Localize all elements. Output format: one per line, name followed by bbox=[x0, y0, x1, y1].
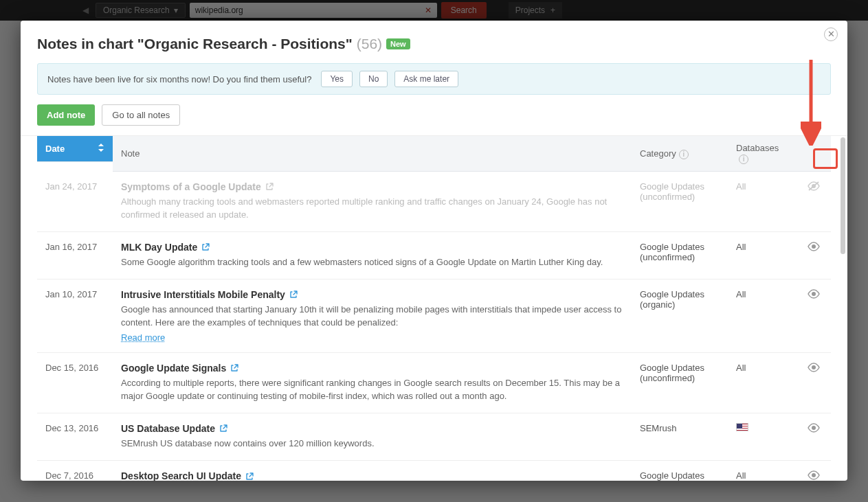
svg-point-3 bbox=[812, 292, 816, 296]
note-databases: All bbox=[728, 461, 797, 481]
col-category: Categoryi bbox=[632, 136, 728, 172]
notes-table: Date Note Categoryi Databasesi bbox=[37, 136, 831, 481]
note-databases: All bbox=[728, 172, 797, 232]
modal-header: Notes in chart "Organic Research - Posit… bbox=[21, 36, 847, 60]
alert-text: Notes have been live for six months now!… bbox=[47, 74, 311, 84]
note-description: According to multiple reports, there wer… bbox=[121, 377, 623, 403]
svg-point-6 bbox=[812, 473, 816, 477]
read-more-link[interactable]: Read more bbox=[121, 332, 165, 343]
external-link-icon[interactable] bbox=[201, 242, 210, 253]
add-note-button[interactable]: Add note bbox=[37, 104, 95, 126]
note-date: Jan 16, 2017 bbox=[37, 231, 113, 279]
note-title[interactable]: MLK Day Update bbox=[121, 242, 623, 253]
visibility-toggle-icon[interactable] bbox=[807, 290, 821, 301]
note-title[interactable]: US Database Update bbox=[121, 423, 623, 435]
note-category: Google Updates (organic) bbox=[632, 461, 728, 481]
db-value: All bbox=[736, 242, 746, 252]
notes-count: (56) bbox=[357, 36, 382, 52]
svg-point-2 bbox=[812, 244, 816, 249]
note-description: Some Google algorithm tracking tools and… bbox=[121, 256, 623, 269]
new-badge: New bbox=[386, 38, 410, 49]
notes-table-wrap[interactable]: Date Note Categoryi Databasesi bbox=[21, 135, 847, 481]
note-category: Google Updates (unconfirmed) bbox=[632, 172, 728, 232]
close-button[interactable]: ✕ bbox=[824, 27, 838, 41]
note-category: SEMrush bbox=[632, 413, 728, 461]
external-link-icon[interactable] bbox=[219, 424, 227, 435]
note-cell: US Database Update SEMrush US database n… bbox=[113, 413, 632, 461]
table-row: Dec 7, 2016 Desktop Search UI Update Goo… bbox=[37, 461, 831, 481]
note-databases: All bbox=[728, 279, 797, 353]
visibility-toggle-icon[interactable] bbox=[807, 364, 821, 374]
info-icon[interactable]: i bbox=[739, 155, 748, 164]
col-note: Note bbox=[113, 136, 632, 172]
svg-point-4 bbox=[812, 365, 816, 369]
info-icon[interactable]: i bbox=[679, 150, 689, 159]
feedback-alert: Notes have been live for six months now!… bbox=[37, 63, 831, 95]
note-title[interactable]: Symptoms of a Google Update bbox=[121, 181, 623, 193]
note-databases: All bbox=[728, 231, 797, 279]
note-title[interactable]: Intrusive Interstitials Mobile Penalty bbox=[121, 289, 623, 301]
svg-point-5 bbox=[812, 426, 816, 430]
note-description: SEMrush US database now contains over 12… bbox=[121, 437, 623, 450]
table-row: Jan 16, 2017 MLK Day Update Some Google … bbox=[37, 231, 831, 279]
db-value: All bbox=[736, 181, 746, 192]
scrollbar[interactable] bbox=[841, 137, 845, 254]
external-link-icon[interactable] bbox=[289, 290, 298, 301]
flag-us-icon bbox=[736, 423, 748, 431]
note-date: Jan 24, 2017 bbox=[37, 172, 113, 232]
col-databases: Databasesi bbox=[728, 136, 797, 172]
external-link-icon[interactable] bbox=[245, 472, 254, 481]
table-row: Jan 10, 2017 Intrusive Interstitials Mob… bbox=[37, 279, 831, 353]
note-cell: Desktop Search UI Update Google has upda… bbox=[113, 461, 632, 481]
visibility-toggle-icon[interactable] bbox=[807, 243, 821, 253]
note-title[interactable]: Desktop Search UI Update bbox=[121, 470, 623, 481]
visibility-toggle-icon[interactable] bbox=[807, 424, 821, 435]
visibility-toggle-icon[interactable] bbox=[807, 183, 821, 193]
note-title[interactable]: Google Update Signals bbox=[121, 363, 623, 374]
table-row: Dec 15, 2016 Google Update Signals Accor… bbox=[37, 353, 831, 413]
note-databases bbox=[728, 413, 797, 461]
note-category: Google Updates (unconfirmed) bbox=[632, 353, 728, 413]
note-date: Dec 15, 2016 bbox=[37, 353, 113, 413]
note-cell: Intrusive Interstitials Mobile Penalty G… bbox=[113, 279, 632, 353]
col-date[interactable]: Date bbox=[37, 136, 113, 162]
external-link-icon[interactable] bbox=[265, 182, 274, 193]
col-visibility bbox=[797, 136, 831, 172]
db-value: All bbox=[736, 470, 746, 481]
note-description: Although many tracking tools and webmast… bbox=[121, 196, 623, 222]
note-cell: MLK Day Update Some Google algorithm tra… bbox=[113, 231, 632, 279]
note-category: Google Updates (organic) bbox=[632, 279, 728, 353]
db-value: All bbox=[736, 363, 746, 373]
toolbar: Add note Go to all notes bbox=[21, 104, 847, 135]
alert-no-button[interactable]: No bbox=[359, 71, 388, 87]
note-date: Dec 7, 2016 bbox=[37, 461, 113, 481]
notes-modal: ✕ Notes in chart "Organic Research - Pos… bbox=[21, 21, 847, 481]
table-row: Jan 24, 2017 Symptoms of a Google Update… bbox=[37, 172, 831, 232]
alert-later-button[interactable]: Ask me later bbox=[394, 71, 458, 87]
note-cell: Symptoms of a Google Update Although man… bbox=[113, 172, 632, 232]
note-date: Jan 10, 2017 bbox=[37, 279, 113, 353]
note-description: Google has announced that starting Janua… bbox=[121, 304, 623, 330]
external-link-icon[interactable] bbox=[230, 363, 238, 374]
alert-yes-button[interactable]: Yes bbox=[321, 71, 353, 87]
sort-icon bbox=[98, 143, 104, 155]
note-date: Dec 13, 2016 bbox=[37, 413, 113, 461]
db-value: All bbox=[736, 289, 746, 299]
note-databases: All bbox=[728, 353, 797, 413]
note-category: Google Updates (unconfirmed) bbox=[632, 231, 728, 279]
modal-title: Notes in chart "Organic Research - Posit… bbox=[37, 36, 831, 52]
table-row: Dec 13, 2016 US Database Update SEMrush … bbox=[37, 413, 831, 461]
visibility-toggle-icon[interactable] bbox=[807, 472, 821, 481]
note-cell: Google Update Signals According to multi… bbox=[113, 353, 632, 413]
go-all-notes-button[interactable]: Go to all notes bbox=[102, 104, 180, 126]
